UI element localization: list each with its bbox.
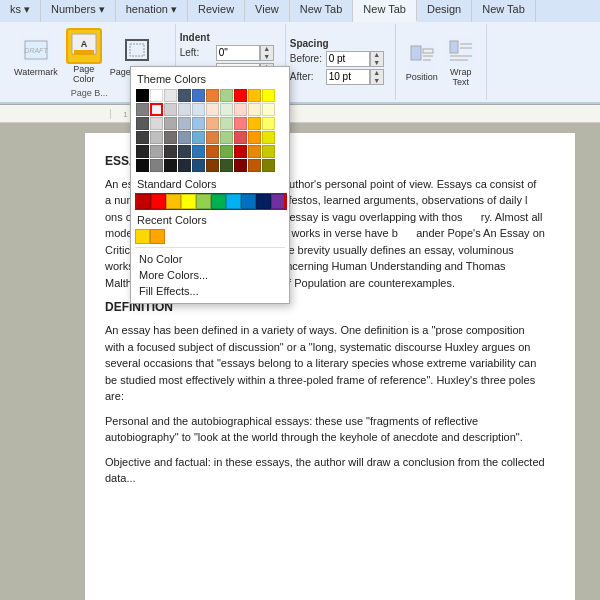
theme-color-swatch[interactable] [136,103,149,116]
spacing-before-spin[interactable]: ▲▼ [370,51,384,67]
tab-new-tab1[interactable]: New Tab [290,0,354,22]
standard-color-swatch[interactable] [211,194,226,209]
recent-color-swatch[interactable] [135,229,150,244]
theme-color-swatch[interactable] [164,145,177,158]
theme-color-swatch[interactable] [206,131,219,144]
standard-color-swatch[interactable] [271,194,286,209]
theme-color-swatch[interactable] [248,159,261,172]
page-color-button[interactable]: A PageColor [62,26,106,86]
theme-color-swatch[interactable] [234,103,247,116]
theme-color-swatch[interactable] [150,131,163,144]
theme-color-swatch[interactable] [206,159,219,172]
theme-color-swatch[interactable] [234,145,247,158]
theme-color-swatch[interactable] [262,131,275,144]
theme-color-swatch[interactable] [248,145,261,158]
theme-color-swatch[interactable] [262,103,275,116]
standard-color-swatch[interactable] [196,194,211,209]
tab-ks[interactable]: ks ▾ [0,0,41,22]
theme-color-swatch[interactable] [220,159,233,172]
theme-color-swatch[interactable] [206,145,219,158]
tab-design[interactable]: Design [417,0,472,22]
standard-color-swatch[interactable] [166,194,181,209]
theme-color-swatch[interactable] [192,145,205,158]
theme-color-swatch[interactable] [164,159,177,172]
watermark-button[interactable]: DRAFT Watermark [10,33,62,79]
spacing-after-spin[interactable]: ▲▼ [370,69,384,85]
theme-color-swatch[interactable] [192,103,205,116]
theme-color-swatch[interactable] [192,117,205,130]
position-button[interactable]: Position [402,40,442,84]
theme-color-swatch[interactable] [150,103,163,116]
theme-color-swatch[interactable] [136,89,149,102]
theme-color-swatch[interactable] [220,131,233,144]
theme-color-grid [135,88,285,172]
theme-color-swatch[interactable] [178,117,191,130]
theme-color-swatch[interactable] [164,103,177,116]
spacing-after-label: After: [290,71,326,82]
standard-color-swatch[interactable] [136,194,151,209]
theme-color-swatch[interactable] [262,159,275,172]
tab-view[interactable]: View [245,0,290,22]
theme-color-swatch[interactable] [136,117,149,130]
theme-color-swatch[interactable] [234,117,247,130]
theme-color-swatch[interactable] [206,103,219,116]
theme-color-swatch[interactable] [262,117,275,130]
standard-color-swatch[interactable] [241,194,256,209]
theme-color-swatch[interactable] [136,145,149,158]
tab-henation[interactable]: henation ▾ [116,0,188,22]
popup-menu-item[interactable]: No Color [135,251,285,267]
indent-left-input[interactable]: 0" [216,45,260,61]
theme-color-swatch[interactable] [248,117,261,130]
theme-color-swatch[interactable] [262,89,275,102]
theme-color-swatch[interactable] [206,117,219,130]
theme-color-swatch[interactable] [206,89,219,102]
theme-color-swatch[interactable] [248,131,261,144]
ribbon-body: DRAFT Watermark A PageColor [0,22,600,104]
theme-color-swatch[interactable] [234,159,247,172]
page-color-label: PageColor [73,64,95,84]
theme-color-swatch[interactable] [248,89,261,102]
theme-color-swatch[interactable] [136,159,149,172]
standard-color-swatch[interactable] [256,194,271,209]
theme-color-swatch[interactable] [178,145,191,158]
theme-color-swatch[interactable] [192,89,205,102]
popup-menu-item[interactable]: Fill Effects... [135,283,285,299]
theme-color-swatch[interactable] [220,117,233,130]
standard-color-swatch[interactable] [181,194,196,209]
recent-color-row [135,229,285,244]
theme-color-swatch[interactable] [192,159,205,172]
theme-color-swatch[interactable] [178,103,191,116]
standard-color-swatch[interactable] [151,194,166,209]
indent-left-spin[interactable]: ▲▼ [260,45,274,61]
theme-color-swatch[interactable] [220,145,233,158]
theme-color-swatch[interactable] [248,103,261,116]
theme-color-swatch[interactable] [164,89,177,102]
theme-color-swatch[interactable] [178,159,191,172]
popup-menu-item[interactable]: More Colors... [135,267,285,283]
popup-divider-1 [135,247,285,248]
theme-color-swatch[interactable] [234,89,247,102]
theme-color-swatch[interactable] [178,131,191,144]
tab-new-tab2[interactable]: New Tab [353,0,417,22]
standard-color-swatch[interactable] [226,194,241,209]
tab-review[interactable]: Review [188,0,245,22]
tab-numbers[interactable]: Numbers ▾ [41,0,116,22]
theme-color-swatch[interactable] [150,145,163,158]
theme-color-swatch[interactable] [150,159,163,172]
theme-color-swatch[interactable] [178,89,191,102]
theme-color-swatch[interactable] [262,145,275,158]
theme-color-swatch[interactable] [220,89,233,102]
recent-color-swatch[interactable] [150,229,165,244]
tab-new-tab3[interactable]: New Tab [472,0,536,22]
theme-color-swatch[interactable] [136,131,149,144]
theme-color-swatch[interactable] [150,117,163,130]
wrap-text-button[interactable]: WrapText [442,35,480,89]
spacing-after-input[interactable]: 10 pt [326,69,370,85]
theme-color-swatch[interactable] [150,89,163,102]
theme-color-swatch[interactable] [220,103,233,116]
theme-color-swatch[interactable] [164,131,177,144]
theme-color-swatch[interactable] [234,131,247,144]
theme-color-swatch[interactable] [192,131,205,144]
theme-color-swatch[interactable] [164,117,177,130]
spacing-before-input[interactable]: 0 pt [326,51,370,67]
